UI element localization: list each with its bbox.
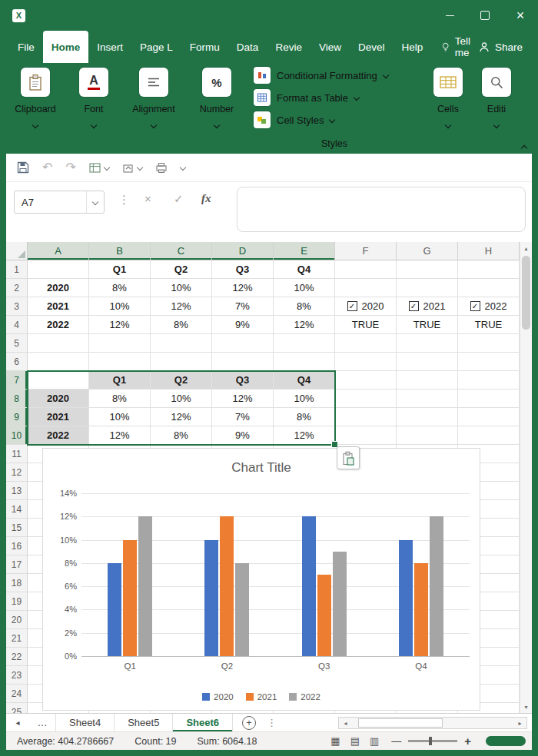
vertical-scrollbar[interactable]: ▴ ▾ xyxy=(520,242,532,713)
sheet-tab-sheet6[interactable]: Sheet6 xyxy=(173,714,233,731)
cell-B4[interactable]: 12% xyxy=(89,316,151,334)
row-header-20[interactable]: 20 xyxy=(6,611,28,629)
sheetbar-resize-handle[interactable]: ⋮ xyxy=(267,714,277,731)
row-header-25[interactable]: 25 xyxy=(6,703,28,713)
select-all-corner[interactable] xyxy=(6,242,28,260)
row-header-12[interactable]: 12 xyxy=(6,463,28,482)
bar-2021-Q4[interactable] xyxy=(414,563,428,656)
cell-B5[interactable] xyxy=(89,334,151,353)
editing-group-button[interactable]: Editi xyxy=(467,68,526,132)
cell-G4[interactable]: TRUE xyxy=(397,316,458,334)
chart-title[interactable]: Chart Title xyxy=(43,460,480,476)
column-header-A[interactable]: A xyxy=(28,242,89,260)
vertical-scrollbar-thumb[interactable] xyxy=(522,256,530,330)
cell-H10[interactable] xyxy=(458,426,520,445)
cell-F10[interactable] xyxy=(335,426,397,445)
cell-B6[interactable] xyxy=(89,353,151,371)
row-header-3[interactable]: 3 xyxy=(6,297,28,316)
bar-2021-Q2[interactable] xyxy=(220,516,234,656)
bar-2022-Q2[interactable] xyxy=(235,563,249,656)
bar-2020-Q3[interactable] xyxy=(302,516,316,656)
row-header-19[interactable]: 19 xyxy=(6,592,28,611)
cell-A4[interactable]: 2022 xyxy=(28,316,89,334)
undo-button[interactable]: ↶ xyxy=(42,161,52,174)
cell-E5[interactable] xyxy=(274,334,335,353)
tab-help[interactable]: Help xyxy=(393,31,431,63)
column-header-C[interactable]: C xyxy=(151,242,212,260)
zoom-slider[interactable] xyxy=(408,740,457,742)
cell-H7[interactable] xyxy=(458,371,520,390)
cell-D6[interactable] xyxy=(212,353,274,371)
cell-G5[interactable] xyxy=(397,334,458,353)
page-break-view-button[interactable]: ▥ xyxy=(370,735,379,747)
cell-A6[interactable] xyxy=(28,353,89,371)
cell-G1[interactable] xyxy=(397,260,458,279)
cell-D5[interactable] xyxy=(212,334,274,353)
legend-item-2020[interactable]: 2020 xyxy=(202,692,234,701)
cell-F2[interactable] xyxy=(335,279,397,297)
font-group-button[interactable]: A Font xyxy=(65,68,123,132)
collapse-ribbon-button[interactable] xyxy=(522,138,526,152)
normal-view-button[interactable]: ▦ xyxy=(330,735,340,747)
cell-G9[interactable] xyxy=(397,408,458,426)
cell-F8[interactable] xyxy=(335,390,397,408)
row-header-16[interactable]: 16 xyxy=(6,537,28,555)
tab-file[interactable]: File xyxy=(9,31,43,63)
close-button[interactable]: × xyxy=(503,0,538,31)
row-header-24[interactable]: 24 xyxy=(6,685,28,703)
tab-view[interactable]: View xyxy=(311,31,350,63)
cell-H5[interactable] xyxy=(458,334,520,353)
cell-D9[interactable]: 7% xyxy=(212,408,274,426)
cell-C8[interactable]: 10% xyxy=(151,390,212,408)
cancel-entry-button[interactable]: × xyxy=(144,192,151,205)
page-layout-view-button[interactable]: ▤ xyxy=(350,735,360,747)
cell-D2[interactable]: 12% xyxy=(212,279,274,297)
zoom-level-indicator[interactable] xyxy=(486,736,526,746)
row-header-5[interactable]: 5 xyxy=(6,334,28,353)
cell-E3[interactable]: 8% xyxy=(274,297,335,316)
cell-C6[interactable] xyxy=(151,353,212,371)
bar-2020-Q2[interactable] xyxy=(204,540,218,656)
cell-E2[interactable]: 10% xyxy=(274,279,335,297)
scroll-left-button[interactable]: ◂ xyxy=(339,718,352,728)
cell-H4[interactable]: TRUE xyxy=(458,316,520,334)
row-header-18[interactable]: 18 xyxy=(6,574,28,592)
bar-2020-Q1[interactable] xyxy=(108,563,121,656)
cell-G3[interactable]: ✓2021 xyxy=(397,297,458,316)
row-header-21[interactable]: 21 xyxy=(6,629,28,648)
cell-C10[interactable]: 8% xyxy=(151,426,212,445)
row-header-2[interactable]: 2 xyxy=(6,279,28,297)
cell-E6[interactable] xyxy=(274,353,335,371)
maximize-button[interactable] xyxy=(467,0,503,31)
checkbox-2021[interactable]: ✓ xyxy=(409,301,419,311)
cell-E1[interactable]: Q4 xyxy=(274,260,335,279)
paste-options-button[interactable] xyxy=(337,446,360,469)
name-box-dropdown[interactable] xyxy=(86,191,104,213)
bar-2022-Q1[interactable] xyxy=(138,516,152,656)
row-header-22[interactable]: 22 xyxy=(6,648,28,666)
cell-F4[interactable]: TRUE xyxy=(335,316,397,334)
conditional-formatting-button[interactable]: Conditional Formatting xyxy=(254,66,415,85)
tab-developer[interactable]: Devel xyxy=(350,31,394,63)
cell-G10[interactable] xyxy=(397,426,458,445)
cell-H1[interactable] xyxy=(458,260,520,279)
row-header-4[interactable]: 4 xyxy=(6,316,28,334)
cell-F6[interactable] xyxy=(335,353,397,371)
cell-D3[interactable]: 7% xyxy=(212,297,274,316)
cell-C1[interactable]: Q2 xyxy=(151,260,212,279)
minimize-button[interactable] xyxy=(432,0,467,31)
scroll-up-button[interactable]: ▴ xyxy=(520,242,532,254)
cell-B2[interactable]: 8% xyxy=(89,279,151,297)
row-header-10[interactable]: 10 xyxy=(6,426,28,445)
cell-G6[interactable] xyxy=(397,353,458,371)
cell-A9[interactable]: 2021 xyxy=(28,408,89,426)
cell-A2[interactable]: 2020 xyxy=(28,279,89,297)
row-header-9[interactable]: 9 xyxy=(6,408,28,426)
new-sheet-button[interactable]: + xyxy=(242,716,256,730)
bar-2021-Q1[interactable] xyxy=(123,540,137,656)
cell-F1[interactable] xyxy=(335,260,397,279)
row-header-13[interactable]: 13 xyxy=(6,482,28,500)
column-header-E[interactable]: E xyxy=(274,242,335,260)
cell-H9[interactable] xyxy=(458,408,520,426)
cell-F5[interactable] xyxy=(335,334,397,353)
